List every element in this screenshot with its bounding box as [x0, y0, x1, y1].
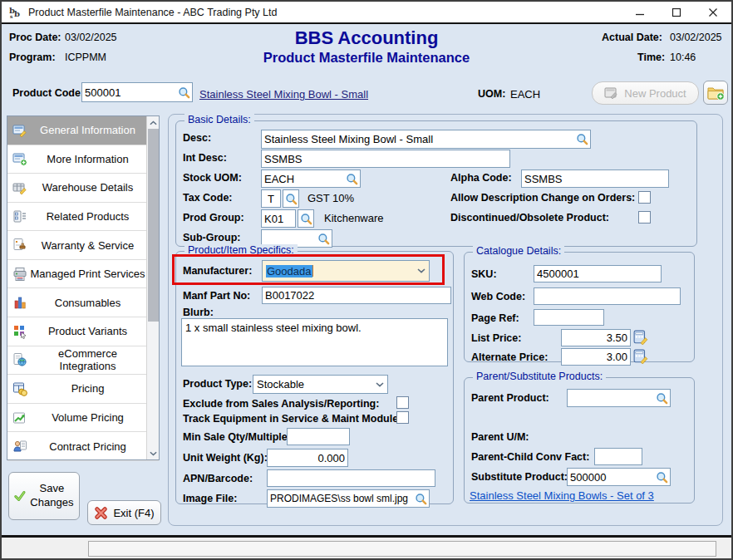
parent-product-input[interactable] — [568, 392, 656, 405]
manufacturer-combobox[interactable]: Goodada — [262, 260, 430, 282]
sidebar-item-warranty-service[interactable]: Warranty & Service — [7, 231, 159, 260]
page-ref-input[interactable] — [534, 312, 603, 324]
manf-part-no-input[interactable] — [263, 289, 450, 302]
sub-group-input[interactable] — [262, 233, 317, 245]
tax-code-input[interactable] — [262, 193, 280, 205]
list-price-input[interactable] — [562, 332, 630, 344]
save-check-icon — [14, 488, 26, 504]
sidebar-item-general-information[interactable]: General Information — [7, 116, 159, 145]
blurb-textarea[interactable]: 1 x small stainless steel mixing bowl. — [181, 318, 448, 366]
desc-label: Desc: — [183, 132, 211, 144]
sku-label: SKU: — [471, 268, 497, 280]
manf-part-no-label: Manf Part No: — [183, 290, 250, 302]
allow-desc-change-checkbox[interactable] — [638, 191, 651, 204]
unit-weight-field — [267, 449, 348, 467]
scroll-up-icon[interactable] — [147, 116, 160, 129]
discontinued-checkbox[interactable] — [638, 211, 651, 224]
track-equipment-label: Track Equipment in Service & Maint Modul… — [183, 413, 401, 425]
alternate-price-edit-icon[interactable] — [633, 349, 648, 364]
prod-group-input[interactable] — [262, 213, 295, 225]
alpha-code-input[interactable] — [522, 173, 668, 185]
catalogue-details-group: Catalogue Details: SKU: Web Code: Page R… — [464, 252, 695, 362]
stock-uom-input[interactable] — [262, 173, 346, 185]
scroll-down-icon[interactable] — [147, 447, 160, 459]
stock-uom-field — [261, 169, 361, 188]
sidebar-item-pricing[interactable]: Pricing — [7, 375, 159, 404]
substitute-product-field — [567, 468, 671, 486]
min-sale-qty-input[interactable] — [288, 430, 349, 443]
apn-barcode-field — [267, 469, 435, 487]
prod-group-field — [261, 209, 296, 228]
track-equipment-checkbox[interactable] — [396, 411, 409, 424]
int-desc-field — [261, 150, 510, 168]
image-file-lookup-icon[interactable] — [415, 493, 427, 505]
stock-uom-lookup-icon[interactable] — [346, 173, 358, 185]
exit-button[interactable]: Exit (F4) — [87, 500, 161, 525]
prod-group-label: Prod Group: — [183, 212, 244, 224]
app-logo-icon: b b s — [9, 5, 24, 20]
conv-fact-input[interactable] — [595, 450, 642, 463]
close-button[interactable] — [695, 2, 731, 23]
parent-product-field — [567, 389, 671, 407]
sidebar-item-ecommerce-integrations[interactable]: eCommerce Integrations — [7, 346, 159, 376]
parent-product-lookup-icon[interactable] — [656, 392, 668, 405]
svg-text:b: b — [14, 9, 20, 18]
sidebar-item-managed-print-services[interactable]: Managed Print Services — [7, 260, 159, 289]
sidebar-item-contract-pricing[interactable]: Contract Pricing — [7, 432, 159, 461]
product-type-combobox[interactable]: Stockable — [253, 375, 388, 394]
minimize-button[interactable] — [622, 2, 658, 23]
desc-input[interactable] — [262, 133, 576, 145]
sidebar-item-consumables[interactable]: Consumables — [7, 288, 159, 317]
sidebar-item-product-variants[interactable]: Product Variants — [7, 317, 159, 346]
prod-group-lookup-icon[interactable] — [298, 209, 314, 228]
stock-uom-label: Stock UOM: — [183, 172, 242, 184]
product-code-lookup-icon[interactable] — [178, 86, 190, 99]
sidebar-item-volume-pricing[interactable]: Volume Pricing — [7, 404, 159, 433]
new-product-icon — [604, 86, 619, 100]
exclude-sales-checkbox[interactable] — [396, 396, 409, 409]
save-changes-button[interactable]: Save Changes — [8, 472, 80, 520]
related-products-icon — [11, 209, 29, 224]
product-description-link[interactable]: Stainless Steel Mixing Bowl - Small — [199, 88, 368, 101]
web-code-input[interactable] — [534, 290, 680, 302]
substitute-product-input[interactable] — [568, 471, 656, 484]
sku-input[interactable] — [534, 268, 661, 280]
actual-date-label: Actual Date: — [602, 32, 662, 43]
sidebar-item-related-products[interactable]: Related Products — [7, 203, 159, 232]
sub-group-lookup-icon[interactable] — [317, 233, 330, 245]
ecommerce-integrations-icon — [11, 352, 29, 367]
catalogue-details-legend: Catalogue Details: — [473, 245, 564, 257]
volume-pricing-icon — [11, 410, 29, 425]
sidebar-scrollbar[interactable] — [146, 116, 159, 459]
sidebar-item-warehouse-details[interactable]: Warehouse Details — [7, 174, 159, 203]
list-price-edit-icon[interactable] — [633, 330, 648, 345]
int-desc-input[interactable] — [262, 153, 509, 165]
unit-weight-input[interactable] — [268, 452, 347, 464]
title-bar: b b s Product Masterfile Maintenance - A… — [2, 2, 731, 24]
alternate-price-input[interactable] — [562, 351, 630, 363]
status-message-box — [88, 541, 716, 557]
sidebar-item-more-information[interactable]: More Information — [7, 145, 159, 174]
new-product-button[interactable]: New Product — [592, 81, 699, 105]
sidebar-item-label: Product Variants — [29, 325, 146, 337]
substitute-product-link[interactable]: Stainless Steel Mixing Bowls - Set of 3 — [470, 489, 654, 502]
text-caret — [312, 265, 314, 277]
exclude-sales-label: Exclude from Sales Analysis/Reporting: — [183, 398, 379, 410]
image-file-input[interactable] — [268, 493, 415, 504]
product-code-input[interactable] — [82, 86, 178, 99]
sidebar-item-label: More Information — [29, 153, 146, 165]
open-folder-button[interactable] — [703, 81, 728, 105]
uom-label: UOM: — [478, 88, 505, 100]
tax-code-lookup-icon[interactable] — [283, 189, 299, 208]
substitute-product-lookup-icon[interactable] — [656, 471, 668, 484]
scrollbar-thumb[interactable] — [148, 129, 159, 322]
desc-lookup-icon[interactable] — [576, 133, 588, 145]
tax-desc-value: GST 10% — [307, 192, 354, 204]
apn-barcode-input[interactable] — [268, 472, 435, 484]
image-file-label: Image File: — [183, 493, 237, 504]
maximize-button[interactable] — [658, 2, 695, 23]
sub-group-label: Sub-Group: — [183, 232, 240, 243]
discontinued-label: Discontinued/Obsolete Product: — [450, 212, 609, 224]
parent-substitute-legend: Parent/Substitute Products: — [473, 371, 606, 382]
warranty-service-icon — [11, 238, 29, 253]
